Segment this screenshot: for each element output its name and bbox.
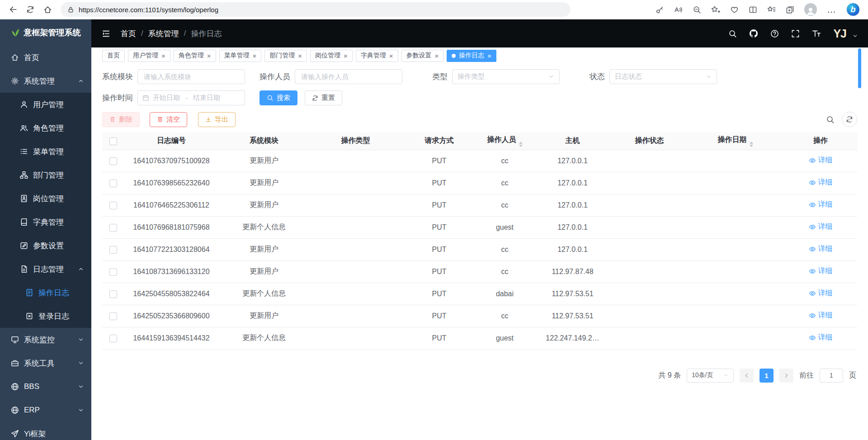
home-button[interactable] <box>39 1 56 18</box>
collections-icon[interactable] <box>786 5 794 14</box>
detail-link[interactable]: 详细 <box>809 178 833 187</box>
prev-page-button[interactable] <box>740 369 754 383</box>
detail-link[interactable]: 详细 <box>809 266 833 276</box>
col-operator[interactable]: 操作人员 <box>476 132 533 150</box>
sidebar-item-home[interactable]: 首页 <box>0 46 91 69</box>
row-checkbox[interactable] <box>109 268 117 276</box>
read-aloud-icon[interactable] <box>674 5 683 14</box>
bing-copilot-icon[interactable]: b <box>846 3 860 16</box>
sidebar-item-tools[interactable]: 系统工具 <box>0 351 91 375</box>
row-checkbox[interactable] <box>109 180 117 187</box>
help-icon[interactable] <box>770 29 779 38</box>
sort-icon[interactable] <box>750 142 753 147</box>
github-icon[interactable] <box>749 29 758 38</box>
breadcrumb-system[interactable]: 系统管理 <box>148 28 179 39</box>
sidebar-item-erp[interactable]: ERP <box>0 398 91 422</box>
search-icon[interactable] <box>728 29 737 38</box>
tab-home[interactable]: 首页 <box>102 50 125 62</box>
sidebar-item-dictionary[interactable]: 字典管理 <box>0 210 91 234</box>
address-bar[interactable]: https://ccnetcore.com:1101/system/log/op… <box>61 2 571 17</box>
type-select[interactable]: 操作类型 <box>452 69 560 84</box>
add-favorite-icon[interactable] <box>711 5 720 14</box>
detail-link[interactable]: 详细 <box>809 333 833 342</box>
detail-link[interactable]: 详细 <box>809 311 833 320</box>
close-icon[interactable]: × <box>344 52 348 59</box>
sidebar-fold-icon[interactable] <box>101 29 111 38</box>
col-date[interactable]: 操作日期 <box>687 132 784 150</box>
tab-user-mgmt[interactable]: 用户管理× <box>128 50 170 62</box>
sidebar-item-parameters[interactable]: 参数设置 <box>0 234 91 257</box>
sidebar-item-operlog[interactable]: 操作日志 <box>0 281 91 304</box>
sidebar-item-logs[interactable]: 日志管理 <box>0 257 91 281</box>
font-size-icon[interactable] <box>812 29 821 38</box>
row-checkbox[interactable] <box>109 312 117 320</box>
page-size-select[interactable]: 10条/页 <box>687 369 734 383</box>
sidebar-item-roles[interactable]: 角色管理 <box>0 116 91 140</box>
module-input[interactable] <box>137 69 245 84</box>
detail-link[interactable]: 详细 <box>809 156 833 165</box>
sidebar-item-monitor[interactable]: 系统监控 <box>0 328 91 351</box>
tab-post-mgmt[interactable]: 岗位管理× <box>310 50 353 62</box>
close-icon[interactable]: × <box>207 52 211 59</box>
date-range-picker[interactable]: 开始日期 - 结束日期 <box>137 90 245 105</box>
refresh-table-button[interactable] <box>842 112 857 127</box>
zoom-out-icon[interactable] <box>693 5 701 14</box>
profile-avatar[interactable] <box>804 3 817 16</box>
next-page-button[interactable] <box>779 369 793 383</box>
row-checkbox[interactable] <box>109 202 117 209</box>
sidebar-item-users[interactable]: 用户管理 <box>0 93 91 116</box>
row-checkbox[interactable] <box>109 335 117 342</box>
search-button[interactable]: 搜索 <box>259 90 297 105</box>
favorites-icon[interactable] <box>767 5 776 14</box>
back-button[interactable] <box>5 1 22 18</box>
url-text[interactable]: https://ccnetcore.com:1101/system/log/op… <box>79 6 218 14</box>
detail-link[interactable]: 详细 <box>809 222 833 232</box>
close-icon[interactable]: × <box>487 52 491 59</box>
sidebar-item-yi[interactable]: Yi框架 <box>0 422 91 440</box>
close-icon[interactable]: × <box>253 52 257 59</box>
row-checkbox[interactable] <box>109 224 117 232</box>
breadcrumb-home[interactable]: 首页 <box>121 28 136 39</box>
tab-menu-mgmt[interactable]: 菜单管理× <box>219 50 262 62</box>
user-menu-caret-icon[interactable] <box>852 33 858 41</box>
sidebar-item-menus[interactable]: 菜单管理 <box>0 140 91 163</box>
detail-link[interactable]: 详细 <box>809 244 833 254</box>
refresh-button[interactable] <box>22 1 39 18</box>
sort-icon[interactable] <box>519 142 523 147</box>
split-screen-icon[interactable] <box>749 5 757 14</box>
goto-page-input[interactable] <box>820 369 843 383</box>
clear-button[interactable]: 清空 <box>150 112 187 127</box>
close-icon[interactable]: × <box>389 52 393 59</box>
reset-button[interactable]: 重置 <box>305 90 342 105</box>
close-icon[interactable]: × <box>298 52 302 59</box>
user-logo[interactable]: YJ <box>833 28 846 39</box>
tab-param-settings[interactable]: 参数设置× <box>401 50 444 62</box>
select-all-checkbox[interactable] <box>109 137 117 145</box>
sidebar-item-departments[interactable]: 部门管理 <box>0 163 91 187</box>
row-checkbox[interactable] <box>109 290 117 298</box>
operator-input[interactable] <box>295 69 402 84</box>
browser-essentials-icon[interactable] <box>730 5 739 14</box>
fullscreen-icon[interactable] <box>791 29 800 38</box>
show-search-icon[interactable] <box>826 115 835 124</box>
sidebar-item-positions[interactable]: 岗位管理 <box>0 187 91 210</box>
sidebar-item-loginlog[interactable]: 登录日志 <box>0 304 91 328</box>
scrollbar-thumb[interactable] <box>858 48 861 88</box>
row-checkbox[interactable] <box>109 246 117 254</box>
row-checkbox[interactable] <box>109 157 117 165</box>
delete-button[interactable]: 删除 <box>102 112 140 127</box>
status-select[interactable]: 日志状态 <box>609 69 717 84</box>
detail-link[interactable]: 详细 <box>809 289 833 298</box>
tab-dept-mgmt[interactable]: 部门管理× <box>264 50 307 62</box>
tab-operlog[interactable]: 操作日志× <box>447 50 496 62</box>
sidebar-item-bbs[interactable]: BBS <box>0 375 91 398</box>
close-icon[interactable]: × <box>161 52 165 59</box>
detail-link[interactable]: 详细 <box>809 200 833 209</box>
page-number-button[interactable]: 1 <box>760 369 774 383</box>
close-icon[interactable]: × <box>435 52 439 59</box>
export-button[interactable]: 导出 <box>198 112 236 127</box>
more-options-icon[interactable]: … <box>827 5 836 15</box>
passwords-key-icon[interactable] <box>656 5 664 14</box>
sidebar-item-system[interactable]: 系统管理 <box>0 69 91 93</box>
tab-role-mgmt[interactable]: 角色管理× <box>174 50 216 62</box>
